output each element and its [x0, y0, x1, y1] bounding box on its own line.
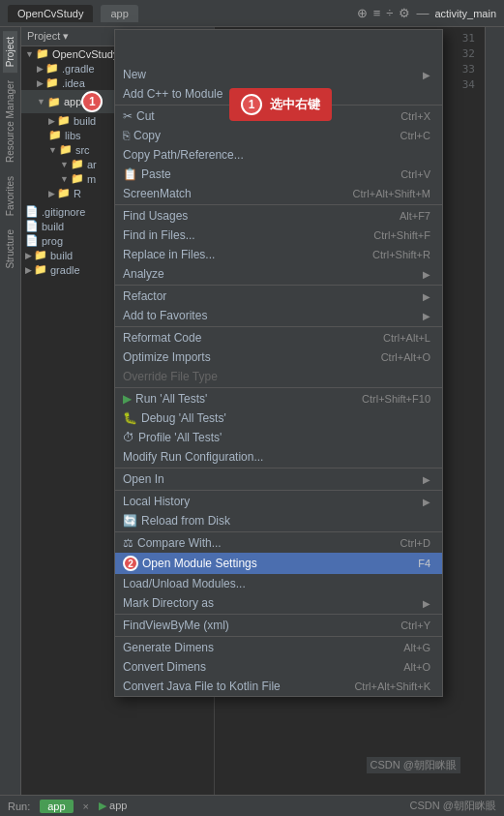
menu-item-convert-java-kotlin[interactable]: Convert Java File to Kotlin File Ctrl+Al…: [115, 677, 442, 696]
profile-icon: ⏱: [123, 431, 134, 444]
menu-item-reformat[interactable]: Reformat Code Ctrl+Alt+L: [115, 328, 442, 348]
arrow-build: ▶: [48, 116, 55, 126]
menu-item-mark-directory[interactable]: Mark Directory as ▶: [115, 593, 442, 613]
menu-item-screenmatch[interactable]: ScreenMatch Ctrl+Alt+Shift+M: [115, 184, 442, 203]
side-tabs: Project Resource Manager Favorites Struc…: [0, 27, 21, 795]
shortcut-reformat: Ctrl+Alt+L: [383, 332, 430, 344]
label-prog: prog: [42, 235, 63, 247]
menu-label-run-tests: ▶ Run 'All Tests': [123, 392, 207, 406]
menu-label-load-unload: Load/Unload Modules...: [123, 577, 246, 590]
menu-item-modify-run[interactable]: Modify Run Configuration...: [115, 447, 442, 467]
open-module-label: Open Module Settings: [142, 557, 257, 570]
badge-1: 1: [241, 94, 262, 115]
divider-4: [115, 326, 442, 327]
label-r: R: [74, 188, 81, 199]
run-app-tab[interactable]: app: [40, 800, 73, 813]
menu-label-debug-tests: 🐛 Debug 'All Tests': [123, 411, 226, 425]
sidebar-item-favorites[interactable]: Favorites: [3, 170, 17, 222]
menu-label-find-in-files: Find in Files...: [123, 228, 195, 242]
arrow-build3: ▶: [25, 251, 32, 260]
menu-item-generate-dimens[interactable]: Generate Dimens Alt+G: [115, 638, 442, 657]
shortcut-generate-dimens: Alt+G: [403, 642, 430, 653]
arrow-refactor: ▶: [423, 291, 430, 302]
shortcut-run-tests: Ctrl+Shift+F10: [362, 393, 430, 405]
bottom-bar: Run: app × ▶ app CSDN @朝阳眯眼: [0, 795, 504, 816]
tab-opencvstudy[interactable]: OpenCvStudy: [8, 5, 93, 22]
menu-label-convert-java-kotlin: Convert Java File to Kotlin File: [123, 680, 281, 693]
shortcut-copy: Ctrl+C: [400, 130, 430, 141]
menu-item-optimize-imports[interactable]: Optimize Imports Ctrl+Alt+O: [115, 348, 442, 367]
menu-item-local-history[interactable]: Local History ▶: [115, 492, 442, 511]
menu-label-modify-run: Modify Run Configuration...: [123, 450, 263, 464]
watermark-bottom: CSDN @朝阳眯眼: [410, 799, 496, 813]
arrow-ar: ▼: [60, 160, 69, 169]
menu-item-paste[interactable]: 📋 Paste Ctrl+V: [115, 165, 442, 184]
arrow-mark-directory: ▶: [423, 598, 430, 609]
split-icon[interactable]: ÷: [386, 6, 393, 20]
folder-icon-r: 📁: [57, 187, 71, 199]
divider-2: [115, 204, 442, 205]
folder-icon-build: 📁: [57, 114, 71, 127]
tab-app[interactable]: app: [101, 5, 137, 22]
menu-label-reload-from-disk: 🔄 Reload from Disk: [123, 514, 230, 528]
menu-label-find-usages: Find Usages: [123, 209, 188, 223]
menu-item-convert-dimens[interactable]: Convert Dimens Alt+O: [115, 657, 442, 677]
minus-icon[interactable]: —: [416, 6, 429, 20]
menu-label-compare-with: ⚖ Compare With...: [123, 536, 222, 550]
root-label: OpenCvStudy: [52, 48, 118, 60]
folder-icon-app: 📁: [47, 96, 61, 108]
menu-item-compare-with[interactable]: ⚖ Compare With... Ctrl+D: [115, 533, 442, 553]
menu-item-run-tests[interactable]: ▶ Run 'All Tests' Ctrl+Shift+F10: [115, 389, 442, 408]
menu-item-open-in[interactable]: Open In ▶: [115, 469, 442, 489]
menu-item-find-in-files[interactable]: Find in Files... Ctrl+Shift+F: [115, 226, 442, 245]
label-build2: build: [42, 221, 64, 232]
menu-item-debug-tests[interactable]: 🐛 Debug 'All Tests': [115, 408, 442, 428]
activity-main-label: activity_main: [434, 8, 496, 19]
divider-6: [115, 468, 442, 468]
label-idea: .idea: [62, 77, 85, 89]
menu-item-refactor[interactable]: Refactor ▶: [115, 287, 442, 306]
menu-label-cut: ✂ Cut: [123, 109, 155, 123]
menu-item-copy[interactable]: ⎘ Copy Ctrl+C: [115, 126, 442, 145]
menu-label-replace-in-files: Replace in Files...: [123, 248, 215, 261]
menu-item-add-favorites[interactable]: Add to Favorites ▶: [115, 306, 442, 325]
menu-item-replace-in-files[interactable]: Replace in Files... Ctrl+Shift+R: [115, 245, 442, 264]
menu-item-find-usages[interactable]: Find Usages Alt+F7: [115, 206, 442, 226]
folder-icon-build3: 📁: [34, 249, 47, 261]
menu-label-optimize-imports: Optimize Imports: [123, 350, 211, 364]
sidebar-item-structure[interactable]: Structure: [3, 224, 17, 275]
watermark: CSDN @朝阳眯眼: [367, 757, 460, 773]
copy-icon: ⎘: [123, 129, 130, 142]
top-bar: OpenCvStudy app ⊕ ≡ ÷ ⚙ — activity_main: [0, 0, 504, 27]
root-folder-icon: 📁: [36, 47, 49, 60]
grid-icon[interactable]: ⊕: [357, 6, 368, 20]
shortcut-open-module-settings: F4: [418, 558, 430, 569]
arrow-m: ▼: [60, 174, 69, 184]
arrow-open-in: ▶: [423, 474, 430, 485]
menu-item-analyze[interactable]: Analyze ▶: [115, 264, 442, 284]
label-build3: build: [50, 250, 73, 261]
menu-item-reload-from-disk[interactable]: 🔄 Reload from Disk: [115, 511, 442, 530]
folder-icon-gradle: 📁: [45, 62, 59, 75]
menu-label-add-cpp: Add C++ to Module: [123, 87, 222, 101]
shortcut-paste: Ctrl+V: [400, 168, 430, 180]
divider-10: [115, 636, 442, 637]
shortcut-optimize-imports: Ctrl+Alt+O: [381, 351, 430, 363]
menu-item-override-file-type: Override File Type: [115, 367, 442, 386]
sidebar-item-project[interactable]: Project: [3, 31, 17, 73]
list-icon[interactable]: ≡: [373, 6, 381, 20]
app-tab-2[interactable]: ▶ app: [99, 800, 127, 812]
menu-item-findviewbyme[interactable]: FindViewByMe (xml) Ctrl+Y: [115, 616, 442, 635]
menu-label-mark-directory: Mark Directory as: [123, 596, 214, 610]
menu-item-profile-tests[interactable]: ⏱ Profile 'All Tests': [115, 428, 442, 447]
shortcut-find-in-files: Ctrl+Shift+F: [373, 229, 430, 241]
menu-item-open-module-settings[interactable]: 2 Open Module Settings F4: [115, 553, 442, 574]
line-32: 32: [462, 46, 475, 62]
menu-item-load-unload[interactable]: Load/Unload Modules...: [115, 574, 442, 593]
sidebar-item-resource-manager[interactable]: Resource Manager: [3, 75, 17, 168]
gear-icon[interactable]: ⚙: [399, 6, 410, 20]
menu-item-copy-path[interactable]: Copy Path/Reference...: [115, 145, 442, 165]
arrow-gradle: ▶: [37, 64, 44, 74]
shortcut-convert-java-kotlin: Ctrl+Alt+Shift+K: [354, 680, 430, 692]
menu-item-new[interactable]: New ▶: [115, 65, 442, 84]
